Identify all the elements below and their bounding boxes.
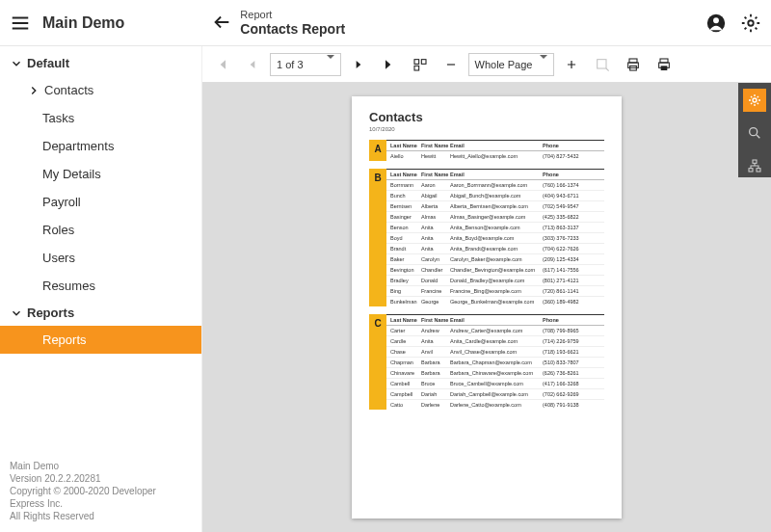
cell-phone: (720) 861-1141	[543, 288, 587, 294]
cell-phone: (713) 863-3137	[543, 225, 587, 230]
next-page-button[interactable]	[345, 51, 372, 78]
zoom-in-button[interactable]	[558, 51, 585, 78]
page-indicator-text: 1 of 3	[277, 59, 304, 70]
cell-phone: (704) 827-5432	[543, 153, 587, 159]
svg-rect-4	[421, 59, 426, 64]
cell-first: Almas	[421, 214, 450, 220]
cell-first: Hewitt	[421, 153, 450, 159]
zoom-selector[interactable]: Whole Page	[468, 53, 555, 76]
section-letter: C	[369, 314, 386, 410]
report-toolbar: 1 of 3 Whole Page	[202, 46, 771, 83]
nav-group-default[interactable]: Default	[0, 50, 201, 76]
zoom-out-button[interactable]	[438, 51, 465, 78]
table-row: CampbellDariahDariah_Campbell@example.co…	[386, 389, 604, 400]
breadcrumb-title: Contacts Report	[240, 21, 345, 37]
first-page-button[interactable]	[208, 51, 235, 78]
table-row: CambellBruceBruce_Cambell@example.com(41…	[386, 379, 604, 389]
table-row: BunchAbigailAbigail_Bunch@example.com(40…	[386, 191, 604, 201]
cell-email: Dariah_Campbell@example.com	[450, 391, 543, 397]
last-page-button[interactable]	[376, 51, 403, 78]
cell-first: Anita	[421, 225, 450, 230]
nav-item-payroll[interactable]: Payroll	[0, 188, 201, 216]
nav-item-label: Payroll	[42, 195, 81, 209]
cell-phone: (702) 662-9269	[543, 391, 587, 397]
cell-email: Anita_Cardle@example.com	[450, 338, 543, 344]
cell-last: Benson	[386, 225, 421, 230]
table-row: CardleAnitaAnita_Cardle@example.com(714)…	[386, 336, 604, 347]
col-email: Email	[450, 317, 543, 323]
rail-settings-button[interactable]	[743, 89, 766, 112]
nav-item-resumes[interactable]: Resumes	[0, 272, 201, 300]
svg-rect-12	[661, 66, 668, 70]
cell-last: Chinavare	[386, 370, 421, 376]
cell-phone: (702) 549-9547	[543, 203, 587, 209]
cell-phone: (704) 622-7626	[543, 246, 587, 252]
report-viewport[interactable]: Contacts 10/7/2020 ALast NameFirst NameE…	[202, 83, 771, 532]
nav-item-contacts[interactable]: Contacts	[0, 76, 201, 104]
cell-last: Basinger	[386, 214, 421, 220]
svg-rect-10	[660, 59, 668, 63]
cell-first: Anita	[421, 235, 450, 241]
cell-email: Anita_Brandt@example.com	[450, 246, 543, 252]
cell-email: Almas_Basinger@example.com	[450, 214, 543, 220]
page-selector[interactable]: 1 of 3	[270, 53, 341, 76]
col-first: First Name	[421, 143, 450, 148]
cell-email: Anita_Boyd@example.com	[450, 235, 543, 241]
print-page-button[interactable]	[651, 51, 678, 78]
table-row: BasingerAlmasAlmas_Basinger@example.com(…	[386, 212, 604, 223]
table-row: ChaseAnvilAnvil_Chase@example.com(718) 1…	[386, 347, 604, 358]
cell-email: Darlene_Catto@example.com	[450, 402, 543, 408]
nav-item-roles[interactable]: Roles	[0, 216, 201, 244]
cell-email: George_Bunkelman@example.com	[450, 299, 543, 305]
highlight-button[interactable]	[589, 51, 616, 78]
gear-icon[interactable]	[740, 13, 761, 34]
account-icon[interactable]	[705, 13, 727, 34]
cell-phone: (425) 335-6822	[543, 214, 587, 220]
multipage-button[interactable]	[407, 51, 434, 78]
sidebar-footer: Main Demo Version 20.2.2.20281 Copyright…	[0, 454, 201, 532]
section-letter: B	[369, 169, 386, 306]
cell-email: Aaron_Borrmann@example.com	[450, 182, 543, 188]
cell-last: Bunch	[386, 193, 421, 199]
cell-email: Abigail_Bunch@example.com	[450, 193, 543, 199]
cell-email: Alberta_Berntsen@example.com	[450, 203, 543, 209]
table-row: CattoDarleneDarlene_Catto@example.com(40…	[386, 400, 604, 410]
table-row: ChapmanBarbaraBarbara_Chapman@example.co…	[386, 358, 604, 368]
nav-item-my-details[interactable]: My Details	[0, 160, 201, 188]
cell-last: Cambell	[386, 381, 421, 386]
table-row: BensonAnitaAnita_Benson@example.com(713)…	[386, 223, 604, 233]
col-email: Email	[450, 143, 543, 148]
col-last: Last Name	[386, 143, 421, 148]
table-row: AielloHewittHewitt_Aiello@example.com(70…	[386, 151, 604, 161]
cell-phone: (209) 125-4334	[543, 256, 587, 262]
cell-email: Donald_Bradley@example.com	[450, 278, 543, 283]
nav-item-reports[interactable]: Reports	[0, 326, 201, 354]
nav-item-tasks[interactable]: Tasks	[0, 104, 201, 132]
nav-item-label: Resumes	[42, 279, 95, 293]
cell-phone: (303) 376-7233	[543, 235, 587, 241]
nav-group-reports[interactable]: Reports	[0, 300, 201, 326]
rail-search-button[interactable]	[743, 121, 766, 145]
cell-last: Aiello	[386, 153, 421, 159]
cell-phone: (760) 166-1374	[543, 182, 587, 188]
print-button[interactable]	[620, 51, 647, 78]
cell-last: Chapman	[386, 359, 421, 365]
cell-first: Bruce	[421, 381, 450, 386]
col-phone: Phone	[543, 172, 587, 177]
footer-line: Version 20.2.2.20281	[10, 472, 192, 485]
svg-rect-15	[753, 160, 757, 163]
back-button[interactable]	[211, 12, 232, 33]
hamburger-menu[interactable]	[10, 13, 31, 34]
nav-item-users[interactable]: Users	[0, 244, 201, 272]
cell-last: Baker	[386, 256, 421, 262]
prev-page-button[interactable]	[239, 51, 266, 78]
nav-item-departments[interactable]: Departments	[0, 132, 201, 160]
table-row: BradleyDonaldDonald_Bradley@example.com(…	[386, 276, 604, 286]
nav-group-label: Default	[27, 56, 69, 70]
chevron-down-icon	[10, 57, 23, 70]
table-row: BakerCarolynCarolyn_Baker@example.com(20…	[386, 254, 604, 265]
rail-tree-button[interactable]	[743, 154, 766, 177]
cell-last: Bevington	[386, 267, 421, 273]
cell-phone: (617) 141-7556	[543, 267, 587, 273]
col-first: First Name	[421, 317, 450, 323]
